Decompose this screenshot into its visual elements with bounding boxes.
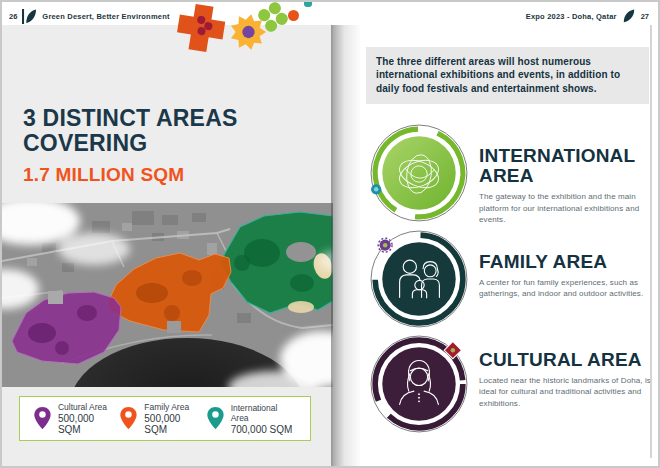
map-satellite-image [2, 203, 333, 387]
leaf-icon [622, 8, 636, 24]
legend-label: International Area [231, 403, 297, 423]
legend-item-cultural: Cultural Area 500,000 SQM [33, 402, 119, 435]
heading-line1: 3 DISTINCT AREAS [23, 106, 323, 131]
header-right: Expo 2023 - Doha, Qatar 27 [526, 8, 649, 24]
intro-text: The three different areas will host nume… [376, 55, 639, 95]
international-area-section: INTERNATIONAL AREA The gateway to the ex… [479, 146, 659, 225]
cultural-area-section: CULTURAL AREA Located near the historic … [479, 350, 659, 409]
teal-mark-icon [304, 2, 312, 7]
legend-item-family: Family Area 500,000 SQM [119, 402, 205, 435]
international-area-graphic [368, 122, 470, 224]
map-container [2, 203, 333, 387]
orange-cross-flower-icon [175, 2, 228, 55]
family-circle [382, 242, 455, 315]
international-circle [382, 136, 455, 209]
green-clover-icon [258, 2, 288, 32]
legend-value: 500,000 SQM [58, 413, 119, 435]
international-area-description: The gateway to the exhibition and the ma… [479, 191, 659, 225]
map-pin-icon [206, 406, 225, 431]
cultural-area-title: CULTURAL AREA [479, 350, 659, 370]
family-area-title: FAMILY AREA [479, 252, 659, 272]
heading-highlight: 1.7 MILLION SQM [23, 164, 323, 186]
diamond-ornament [444, 341, 461, 358]
header-left: 26 Green Desert, Better Environment [9, 8, 170, 25]
heading-line2: COVERING [23, 131, 323, 156]
right-page-number: 27 [641, 12, 649, 21]
international-area-title: INTERNATIONAL AREA [479, 146, 659, 186]
leaf-icon [22, 8, 37, 25]
legend-label: Family Area [144, 402, 205, 412]
right-header-label: Expo 2023 - Doha, Qatar [526, 12, 617, 21]
map-pin-icon [119, 406, 138, 431]
family-area-description: A center for fun family experiences, suc… [479, 277, 659, 300]
map-legend: Cultural Area 500,000 SQM Family Area 50… [19, 396, 311, 441]
left-header-label: Green Desert, Better Environment [42, 12, 169, 21]
page-header: 26 Green Desert, Better Environment Expo… [2, 2, 658, 25]
legend-value: 700,000 SQM [231, 424, 297, 435]
family-area-section: FAMILY AREA A center for fun family expe… [479, 252, 659, 300]
cultural-area-graphic [368, 333, 470, 435]
left-page-number: 26 [9, 12, 17, 21]
legend-value: 500,000 SQM [144, 413, 205, 435]
spine-shadow [331, 2, 363, 466]
button-dots [418, 393, 420, 402]
brochure-spread: 26 Green Desert, Better Environment Expo… [0, 0, 660, 468]
legend-item-international: International Area 700,000 SQM [206, 403, 297, 435]
legend-label: Cultural Area [58, 402, 119, 412]
cultural-circle [382, 347, 455, 420]
intro-box: The three different areas will host nume… [366, 47, 649, 104]
cultural-area-description: Located near the historic landmarks of D… [479, 375, 659, 409]
map-pin-icon [33, 406, 52, 431]
family-area-graphic [368, 228, 470, 330]
left-page-heading: 3 DISTINCT AREAS COVERING 1.7 MILLION SQ… [23, 106, 323, 186]
page-edge-line [650, 20, 652, 458]
orange-dot-icon [288, 10, 299, 21]
